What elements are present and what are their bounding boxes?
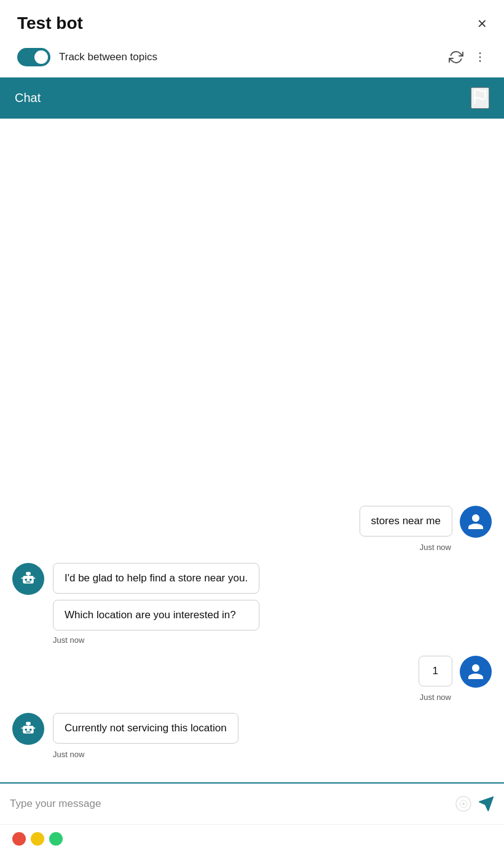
- user-message-text-2: 1: [433, 665, 438, 677]
- bot-text-1: I'd be glad to help find a store near yo…: [65, 572, 248, 584]
- svg-point-16: [30, 728, 32, 731]
- flag-button[interactable]: [471, 87, 489, 109]
- close-button[interactable]: ×: [478, 15, 487, 31]
- person-icon-2: [467, 662, 485, 681]
- input-bar: [0, 782, 504, 824]
- bottom-dots: [0, 824, 504, 853]
- dot-red: [12, 832, 26, 846]
- chat-header: Chat: [0, 77, 504, 119]
- user-message-text: stores near me: [371, 515, 441, 527]
- watermark-icon: [455, 795, 472, 812]
- window-title: Test bot: [17, 14, 83, 33]
- person-icon: [467, 513, 485, 531]
- user-message-timestamp: Just now: [12, 543, 492, 552]
- bot-messages-1: I'd be glad to help find a store near yo…: [53, 563, 259, 631]
- refresh-button[interactable]: [449, 50, 463, 65]
- toggle-row: Track between topics: [0, 43, 504, 77]
- flag-icon: [472, 88, 488, 104]
- refresh-icon: [449, 50, 463, 65]
- icon-group: [449, 50, 487, 65]
- user-message-bubble: stores near me: [360, 506, 452, 537]
- bot-bubble-2: Which location are you interested in?: [53, 600, 259, 631]
- svg-point-22: [462, 803, 465, 805]
- bot-bubble-3: Currently not servicing this location: [53, 713, 238, 744]
- bot-avatar-2: [12, 713, 44, 745]
- svg-point-8: [30, 578, 32, 581]
- user-avatar-2: [460, 656, 492, 688]
- svg-point-2: [479, 60, 481, 62]
- bot-avatar-1: [12, 563, 44, 595]
- bot-bubble-1: I'd be glad to help find a store near yo…: [53, 563, 259, 594]
- bot-icon: [19, 570, 37, 588]
- bot-icon-2: [19, 720, 37, 738]
- user-message-bubble-2: 1: [419, 656, 452, 686]
- top-bar: Test bot ×: [0, 0, 504, 43]
- bot-text-2: Which location are you interested in?: [65, 609, 236, 621]
- more-options-icon: [473, 50, 487, 64]
- user-message-row: stores near me: [12, 506, 492, 538]
- chat-spacer: [12, 131, 492, 506]
- dot-yellow: [31, 832, 44, 846]
- chat-input[interactable]: [10, 798, 449, 810]
- bot-text-3: Currently not servicing this location: [65, 722, 227, 734]
- watermark: [455, 795, 472, 812]
- dot-green: [49, 832, 63, 846]
- toggle-label: Track between topics: [59, 51, 440, 63]
- user-message-timestamp-2: Just now: [12, 693, 492, 702]
- send-icon: [478, 796, 494, 812]
- bot-message-row-2: Currently not servicing this location: [12, 713, 492, 745]
- svg-point-7: [25, 578, 27, 581]
- user-avatar: [460, 506, 492, 538]
- svg-point-0: [479, 52, 481, 54]
- track-topics-toggle[interactable]: [17, 48, 50, 66]
- svg-point-1: [479, 57, 481, 58]
- toggle-slider: [17, 48, 50, 66]
- bot-message-timestamp-2: Just now: [12, 750, 492, 759]
- bot-message-timestamp-1: Just now: [12, 635, 492, 645]
- app-window: Test bot × Track between topics: [0, 0, 504, 853]
- bot-messages-2: Currently not servicing this location: [53, 713, 238, 744]
- svg-marker-24: [479, 797, 493, 811]
- chat-title: Chat: [15, 91, 41, 105]
- more-options-button[interactable]: [473, 50, 487, 64]
- user-message-row-2: 1: [12, 656, 492, 688]
- bot-message-row-1: I'd be glad to help find a store near yo…: [12, 563, 492, 631]
- chat-body: stores near me Just now: [0, 119, 504, 782]
- svg-point-15: [25, 728, 27, 731]
- send-button[interactable]: [478, 796, 494, 812]
